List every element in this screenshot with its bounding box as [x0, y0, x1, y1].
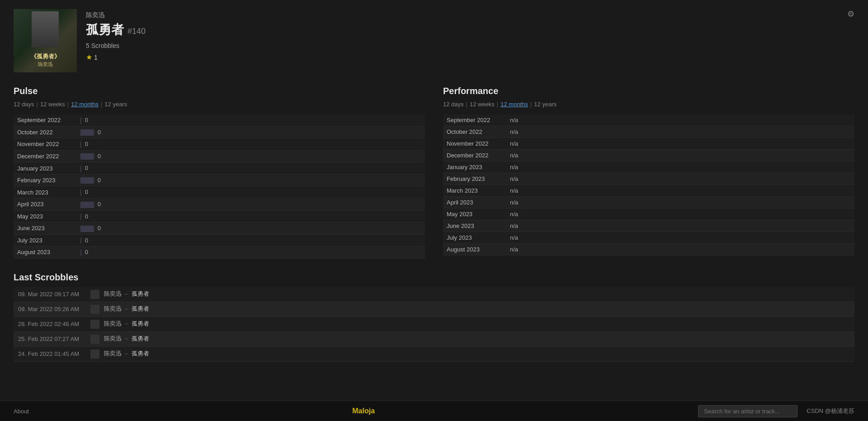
- scrobble-row: 25. Feb 2022 07:27 AM 陈奕迅 – 孤勇者: [14, 331, 854, 346]
- pulse-value: 0: [85, 213, 88, 220]
- sep6: |: [530, 101, 532, 108]
- perf-value: n/a: [506, 138, 854, 150]
- scrobble-table: 09. Mar 2022 09:17 AM 陈奕迅 – 孤勇者 09. Mar …: [14, 287, 854, 362]
- pulse-row: November 2022 0: [14, 138, 425, 151]
- perf-12months-link[interactable]: 12 months: [500, 101, 528, 108]
- pulse-row: September 2022 0: [14, 114, 425, 126]
- perf-month: January 2023: [443, 161, 506, 173]
- pulse-12years-link[interactable]: 12 years: [104, 101, 127, 108]
- pulse-bar-cell: 0: [77, 126, 425, 138]
- scrobble-artist[interactable]: 陈奕迅: [104, 305, 122, 312]
- pulse-month: May 2023: [14, 210, 77, 222]
- performance-row: March 2023 n/a: [443, 185, 854, 197]
- pulse-value: 0: [98, 153, 101, 160]
- scrobble-timestamp: 28. Feb 2022 02:46 AM: [14, 317, 86, 331]
- pulse-table: September 2022 0 October 2022 0 November…: [14, 114, 425, 259]
- scrobble-track[interactable]: 孤勇者: [132, 350, 149, 357]
- scrobble-track[interactable]: 孤勇者: [132, 290, 149, 297]
- pulse-value: 0: [98, 129, 101, 136]
- perf-12days-link[interactable]: 12 days: [443, 101, 464, 108]
- pulse-row: March 2023 0: [14, 186, 425, 199]
- perf-month: December 2022: [443, 150, 506, 161]
- performance-row: December 2022 n/a: [443, 150, 854, 161]
- pulse-12weeks-link[interactable]: 12 weeks: [40, 101, 65, 108]
- pulse-bar: [80, 153, 94, 160]
- footer-about-link[interactable]: About: [14, 408, 29, 415]
- scrobble-thumb: [90, 290, 99, 299]
- settings-icon[interactable]: ⚙: [847, 9, 854, 19]
- star-count: 1: [94, 54, 98, 61]
- artist-name[interactable]: 陈奕迅: [86, 11, 146, 19]
- pulse-bar-cell: 0: [77, 210, 425, 222]
- scrobble-row: 24. Feb 2022 01:45 AM 陈奕迅 – 孤勇者: [14, 346, 854, 361]
- scrobble-track[interactable]: 孤勇者: [132, 335, 149, 342]
- sep1: |: [37, 101, 38, 108]
- search-input[interactable]: [698, 405, 797, 417]
- pulse-row: December 2022 0: [14, 150, 425, 162]
- pulse-bar-cell: 0: [77, 222, 425, 235]
- pulse-row: July 2023 0: [14, 234, 425, 246]
- scrobble-track[interactable]: 孤勇者: [132, 320, 149, 327]
- scrobble-row: 28. Feb 2022 02:46 AM 陈奕迅 – 孤勇者: [14, 317, 854, 331]
- pulse-bar: [80, 237, 81, 244]
- perf-month: March 2023: [443, 185, 506, 197]
- pulse-month: April 2023: [14, 198, 77, 210]
- pulse-month: August 2023: [14, 246, 77, 259]
- perf-month: July 2023: [443, 232, 506, 244]
- scrobble-track[interactable]: 孤勇者: [132, 305, 149, 312]
- pulse-bar: [80, 177, 94, 184]
- scrobble-timestamp: 25. Feb 2022 07:27 AM: [14, 331, 86, 346]
- scrobble-thumb: [90, 305, 99, 314]
- pulse-12days-link[interactable]: 12 days: [14, 101, 34, 108]
- perf-month: February 2023: [443, 173, 506, 185]
- performance-section: Performance 12 days | 12 weeks | 12 mont…: [443, 86, 854, 259]
- footer-right: CSDN @杨浦老苏: [698, 405, 854, 417]
- pulse-bar: [80, 118, 81, 124]
- pulse-bar-cell: 0: [77, 174, 425, 186]
- perf-12years-link[interactable]: 12 years: [534, 101, 557, 108]
- pulse-12months-link[interactable]: 12 months: [71, 101, 99, 108]
- sep3: |: [101, 101, 102, 108]
- scrobble-row: 09. Mar 2022 05:26 AM 陈奕迅 – 孤勇者: [14, 302, 854, 317]
- pulse-title: Pulse: [14, 86, 425, 96]
- album-header: 《孤勇者》 陈奕迅 陈奕迅 孤勇者 #140 5 Scrobbles ★ 1: [14, 9, 854, 72]
- perf-value: n/a: [506, 185, 854, 197]
- performance-title: Performance: [443, 86, 854, 96]
- pulse-value: 0: [85, 165, 88, 171]
- scrobble-thumb: [90, 320, 99, 329]
- scrobble-artist[interactable]: 陈奕迅: [104, 350, 122, 357]
- pulse-month: December 2022: [14, 150, 77, 162]
- pulse-value: 0: [85, 237, 88, 244]
- pulse-month: November 2022: [14, 138, 77, 151]
- performance-row: November 2022 n/a: [443, 138, 854, 150]
- sep5: |: [497, 101, 498, 108]
- pulse-value: 0: [98, 177, 101, 184]
- pulse-value: 0: [85, 141, 88, 147]
- perf-12weeks-link[interactable]: 12 weeks: [470, 101, 495, 108]
- pulse-bar-cell: 0: [77, 138, 425, 151]
- pulse-row: October 2022 0: [14, 126, 425, 138]
- album-art-artist: 陈奕迅: [31, 61, 60, 68]
- pulse-month: February 2023: [14, 174, 77, 186]
- perf-value: n/a: [506, 161, 854, 173]
- pulse-month: June 2023: [14, 222, 77, 235]
- scrobble-timestamp: 09. Mar 2022 09:17 AM: [14, 287, 86, 302]
- album-info: 陈奕迅 孤勇者 #140 5 Scrobbles ★ 1: [86, 9, 146, 61]
- star-icon[interactable]: ★: [86, 53, 92, 61]
- pulse-month: March 2023: [14, 186, 77, 199]
- perf-value: n/a: [506, 244, 854, 255]
- perf-value: n/a: [506, 114, 854, 126]
- perf-month: April 2023: [443, 197, 506, 208]
- perf-value: n/a: [506, 208, 854, 220]
- scrobble-artist[interactable]: 陈奕迅: [104, 290, 122, 297]
- pulse-row: June 2023 0: [14, 222, 425, 235]
- pulse-value: 0: [98, 225, 101, 232]
- pulse-bar: [80, 202, 94, 208]
- performance-row: April 2023 n/a: [443, 197, 854, 208]
- performance-row: May 2023 n/a: [443, 208, 854, 220]
- pulse-bar-cell: 0: [77, 198, 425, 210]
- album-art: 《孤勇者》 陈奕迅: [14, 9, 77, 72]
- last-scrobbles-section: Last Scrobbles 09. Mar 2022 09:17 AM 陈奕迅…: [14, 272, 854, 362]
- scrobble-artist[interactable]: 陈奕迅: [104, 320, 122, 327]
- scrobble-artist[interactable]: 陈奕迅: [104, 335, 122, 342]
